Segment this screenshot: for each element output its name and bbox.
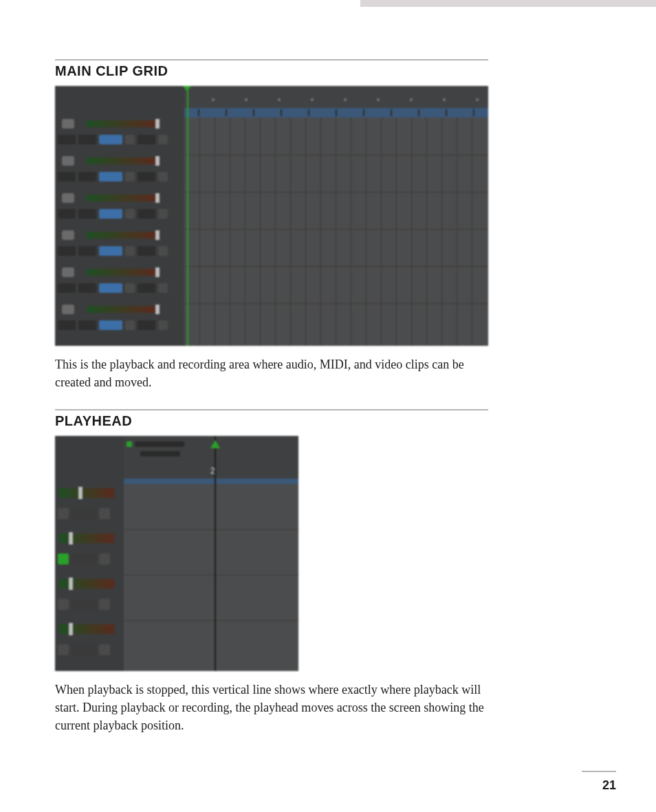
track-header: [55, 192, 184, 229]
horizontal-rule: [55, 59, 488, 61]
section-caption: When playback is stopped, this vertical …: [55, 681, 488, 734]
page-content: MAIN CLIP GRID: [55, 59, 488, 734]
section-caption: This is the playback and recording area …: [55, 355, 488, 391]
track-header: [55, 303, 184, 340]
page-number: 21: [602, 778, 616, 793]
track-header: [55, 229, 184, 266]
playhead-marker-icon: [183, 86, 191, 91]
section-title-main-clip-grid: MAIN CLIP GRID: [55, 63, 488, 79]
section-title-playhead: PLAYHEAD: [55, 413, 488, 429]
clip-grid-area: [184, 118, 488, 346]
timeline-ruler: [184, 108, 488, 118]
horizontal-rule: [55, 409, 488, 410]
clip-grid-area: [124, 484, 298, 671]
timeline-ruler: [124, 479, 298, 484]
header-stripe: [360, 0, 656, 7]
page: MAIN CLIP GRID: [0, 0, 656, 812]
screenshot-main-clip-grid: [55, 86, 488, 346]
header-tempo-label: [140, 451, 180, 457]
screenshot-playhead: 2: [55, 436, 298, 671]
track-header: [55, 575, 124, 620]
playhead-line: [215, 436, 216, 671]
track-header: [55, 118, 184, 155]
bar-number-label: 2: [210, 466, 217, 474]
track-header: [55, 620, 124, 666]
track-header: [55, 266, 184, 303]
lock-icon: [127, 441, 132, 447]
page-number-rule: [582, 771, 616, 772]
playhead-marker-icon: [210, 440, 220, 448]
track-header: [55, 484, 124, 529]
track-header: [55, 529, 124, 575]
timeline-ruler-top: [184, 86, 488, 108]
playhead-line: [187, 86, 188, 346]
track-header: [55, 155, 184, 192]
header-start-label: [135, 441, 184, 447]
